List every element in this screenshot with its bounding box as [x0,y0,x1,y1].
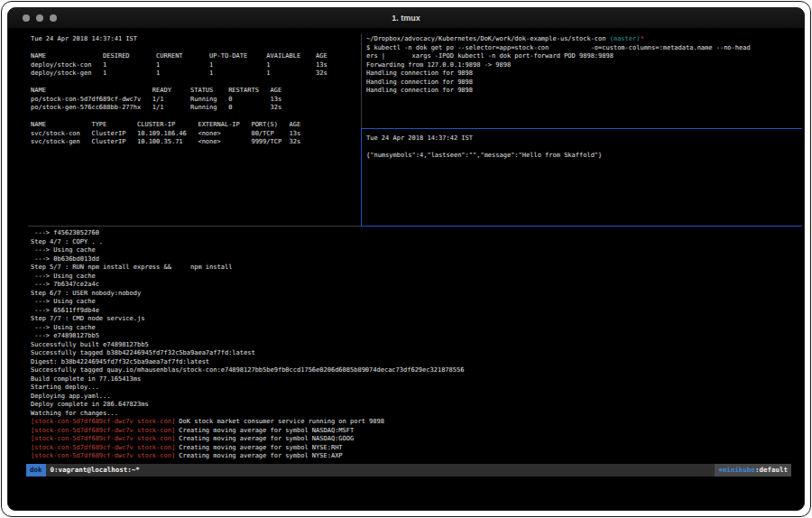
terminal-text: Handling connection for 9898 [366,79,473,86]
status-right-segment: ⎈ minikube :default [715,464,791,476]
terminal-line: ---> Using cache [31,273,803,282]
terminal-text: po/stock-con-5d7df689cf-dwc7v 1/1 Runnin… [31,96,281,103]
terminal-line: po/stock-gen-576cc688bb-277hx 1/1 Runnin… [31,104,359,113]
terminal-text: svc/stock-gen ClusterIP 10.100.35.71 <no… [31,138,300,145]
terminal-text: Creating moving average for symbol NASDA… [175,435,354,442]
tmux-status-bar: dok 0:vagrant@localhost:~* ⎈ minikube :d… [26,464,791,476]
terminal-text: ---> Using cache [31,298,96,305]
terminal-text: Creating moving average for symbol NYSE:… [175,444,342,451]
terminal-text: Handling connection for 9898 [366,69,473,77]
terminal-line: Watching for changes... [31,410,803,419]
terminal-text: (master) [610,35,641,42]
terminal-text: Watching for changes... [31,410,118,417]
terminal-line: svc/stock-gen ClusterIP 10.100.35.71 <no… [31,138,359,147]
pane-divider-horizontal-active-top[interactable] [361,128,802,129]
terminal-text: $ kubectl -n dok get po --selector=app=s… [366,44,751,51]
terminal-window: 1. tmux Tue 24 Apr 2018 14:37:41 ISTNAME… [7,7,805,511]
terminal-line: Tue 24 Apr 2018 14:37:41 IST [31,35,359,44]
terminal-line [31,44,359,53]
terminal-line: deploy/stock-con 1 1 1 1 13s [31,61,359,70]
pane-service-response[interactable]: Tue 24 Apr 2018 14:37:42 IST{"numsymbols… [366,134,805,161]
pane-divider-vertical-inactive[interactable] [361,33,362,128]
terminal-line: NAME READY STATUS RESTARTS AGE [31,87,359,96]
terminal-text: Digest: b38b42246945fd7f32c5ba9aea7af7fd… [31,358,209,365]
pane-kubectl-resources[interactable]: Tue 24 Apr 2018 14:37:41 ISTNAME DESIRED… [31,35,359,147]
terminal-line: [stock-con-5d7df689cf-dwc7v stock-con] C… [31,452,803,461]
window-list-item[interactable]: 0:vagrant@localhost:~* [51,464,140,476]
terminal-line: [stock-con-5d7df689cf-dwc7v stock-con] C… [31,444,803,453]
terminal-text: ---> Using cache [31,324,96,331]
terminal-text: Step 5/7 : RUN npm install express && np… [31,264,232,271]
terminal-line: Successfully tagged b38b42246945fd7f32c5… [31,349,803,358]
terminal-text: NAME READY STATUS RESTARTS AGE [31,87,281,94]
terminal-line: Build complete in 77.165413ms [31,375,803,384]
terminal-text: Step 4/7 : COPY . . [31,238,103,245]
terminal-line: $ kubectl -n dok get po --selector=app=s… [366,44,805,53]
terminal-text: Build complete in 77.165413ms [31,375,141,383]
terminal-text: NAME DESIRED CURRENT UP-TO-DATE AVAILABL… [31,52,328,60]
terminal-text: ---> 7b6347ce2a4c [31,281,99,288]
pane-divider-horizontal-active-bottom[interactable] [361,226,802,227]
terminal-line: Handling connection for 9898 [366,69,805,79]
terminal-text: ---> Using cache [31,246,96,254]
tmux-terminal: Tue 24 Apr 2018 14:37:41 ISTNAME DESIRED… [8,28,804,510]
terminal-text: Step 6/7 : USER nobody:nobody [31,290,141,297]
pane-port-forward[interactable]: ~/Dropbox/advocacy/Kubernetes/DoK/work/d… [366,35,805,96]
terminal-text: svc/stock-con ClusterIP 10.109.186.46 <n… [31,130,300,137]
session-name-badge: dok [26,464,46,476]
terminal-text: Successfully tagged quay.io/mhausenblas/… [31,366,464,374]
terminal-line: Handling connection for 9898 [366,87,805,96]
terminal-line: ---> 0b636bd013dd [31,255,803,264]
terminal-text: Handling connection for 9898 [366,87,473,94]
kube-namespace-label: :default [755,464,788,476]
terminal-text: ---> Using cache [31,273,96,280]
terminal-line: Forwarding from 127.0.0.1:9898 -> 9898 [366,61,805,70]
terminal-text: Successfully tagged b38b42246945fd7f32c5… [31,349,255,356]
terminal-line: ---> Using cache [31,246,803,255]
pane-divider-horizontal-inactive[interactable] [28,226,361,227]
terminal-text: Forwarding from 127.0.0.1:9898 -> 9898 [366,61,511,69]
log-prefix: * [640,35,643,42]
terminal-text: ---> 0b636bd013dd [31,255,99,263]
terminal-line: po/stock-con-5d7df689cf-dwc7v 1/1 Runnin… [31,96,359,105]
terminal-text: ---> 65611ff9db4e [31,307,99,314]
terminal-text: ---> f45623052760 [31,229,99,236]
terminal-text: deploy/stock-con 1 1 1 1 13s [31,61,328,69]
terminal-line [31,79,359,88]
terminal-line: ---> 7b6347ce2a4c [31,281,803,290]
terminal-line: Digest: b38b42246945fd7f32c5ba9aea7af7fd… [31,358,803,367]
terminal-line [31,113,359,122]
terminal-line [366,143,805,153]
terminal-line: Successfully built e74898127bb5 [31,341,803,350]
terminal-line: NAME DESIRED CURRENT UP-TO-DATE AVAILABL… [31,52,359,61]
terminal-line: ---> e74898127bb5 [31,332,803,341]
terminal-text: DoK stock market consumer service runnin… [175,418,384,425]
terminal-text: Tue 24 Apr 2018 14:37:41 IST [31,35,137,42]
terminal-line: deploy/stock-gen 1 1 1 1 32s [31,69,359,79]
terminal-text: ers | xargs -IPOD kubectl -n dok port-fo… [366,52,614,60]
kube-context-label: minikube [723,464,755,476]
terminal-line: Handling connection for 9898 [366,79,805,88]
terminal-line: {"numsymbols":4,"lastseen":"","message":… [366,152,805,161]
terminal-line: [stock-con-5d7df689cf-dwc7v stock-con] C… [31,435,803,444]
terminal-line: ---> Using cache [31,298,803,307]
log-prefix: [stock-con-5d7df689cf-dwc7v stock-con] [31,418,175,425]
terminal-line: ---> f45623052760 [31,229,803,238]
title-bar[interactable]: 1. tmux [8,8,804,29]
terminal-line: Tue 24 Apr 2018 14:37:42 IST [366,134,805,143]
terminal-line: [stock-con-5d7df689cf-dwc7v stock-con] C… [31,427,803,436]
pane-skaffold-build-log[interactable]: ---> f45623052760Step 4/7 : COPY . . ---… [31,229,803,461]
terminal-text: deploy/stock-gen 1 1 1 1 32s [31,69,328,77]
terminal-text: Starting deploy... [31,384,99,391]
terminal-text: ~/Dropbox/advocacy/Kubernetes/DoK/work/d… [366,35,610,42]
log-prefix: [stock-con-5d7df689cf-dwc7v stock-con] [31,452,175,459]
terminal-line: Successfully tagged quay.io/mhausenblas/… [31,366,803,375]
terminal-line: NAME TYPE CLUSTER-IP EXTERNAL-IP PORT(S)… [31,121,359,130]
terminal-text: Successfully built e74898127bb5 [31,341,149,348]
terminal-text: ---> e74898127bb5 [31,332,99,339]
terminal-line: [stock-con-5d7df689cf-dwc7v stock-con] D… [31,418,803,427]
pane-divider-vertical-active[interactable] [361,128,362,226]
terminal-text: Creating moving average for symbol NASDA… [175,427,354,434]
terminal-text: {"numsymbols":4,"lastseen":"","message":… [366,152,602,159]
terminal-line: Deploy complete in 286.647823ms [31,401,803,410]
